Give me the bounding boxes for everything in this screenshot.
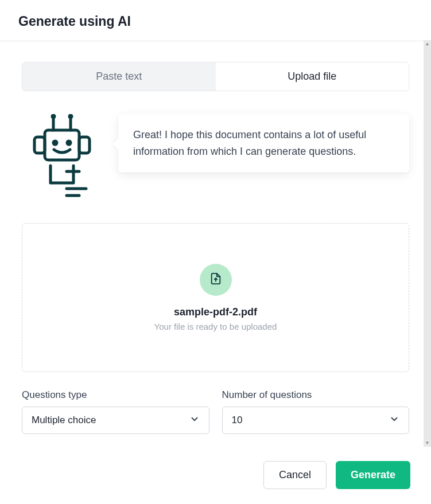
uploaded-file-name: sample-pdf-2.pdf <box>34 306 397 318</box>
tab-paste-text[interactable]: Paste text <box>22 62 216 91</box>
bot-message-text: Great! I hope this document contains a l… <box>133 129 366 157</box>
generate-button[interactable]: Generate <box>336 461 410 489</box>
modal-footer: Cancel Generate <box>0 448 431 504</box>
upload-icon-circle <box>200 264 232 296</box>
chevron-down-icon <box>389 414 399 427</box>
num-questions-group: Number of questions 10 <box>222 389 410 434</box>
bot-message-row: Great! I hope this document contains a l… <box>22 114 409 202</box>
upload-dropzone[interactable]: sample-pdf-2.pdf Your file is ready to b… <box>22 223 409 372</box>
svg-rect-8 <box>79 137 90 153</box>
num-questions-value: 10 <box>232 415 390 426</box>
form-row: Questions type Multiple choice Number of… <box>22 389 409 434</box>
svg-point-6 <box>67 141 71 144</box>
tab-upload-file[interactable]: Upload file <box>216 62 409 91</box>
svg-point-1 <box>52 115 55 118</box>
svg-rect-4 <box>45 130 79 160</box>
questions-type-label: Questions type <box>22 389 209 401</box>
robot-icon <box>22 114 102 202</box>
generate-ai-modal: Generate using AI ▲ ▼ Paste text Upload … <box>0 0 431 504</box>
svg-rect-7 <box>34 137 45 153</box>
tabs: Paste text Upload file <box>22 62 409 91</box>
questions-type-select[interactable]: Multiple choice <box>22 407 209 434</box>
modal-body: Paste text Upload file <box>0 41 431 448</box>
questions-type-group: Questions type Multiple choice <box>22 389 209 434</box>
modal-title: Generate using AI <box>18 14 413 29</box>
svg-point-3 <box>69 115 72 118</box>
modal-header: Generate using AI <box>0 0 431 41</box>
upload-status-text: Your file is ready to be uploaded <box>34 322 397 331</box>
file-upload-icon <box>209 272 222 287</box>
num-questions-label: Number of questions <box>222 389 410 401</box>
bot-speech-bubble: Great! I hope this document contains a l… <box>118 114 409 173</box>
chevron-down-icon <box>189 414 200 427</box>
num-questions-select[interactable]: 10 <box>222 407 410 434</box>
questions-type-value: Multiple choice <box>32 415 189 426</box>
cancel-button[interactable]: Cancel <box>263 461 327 489</box>
svg-point-5 <box>53 141 57 144</box>
